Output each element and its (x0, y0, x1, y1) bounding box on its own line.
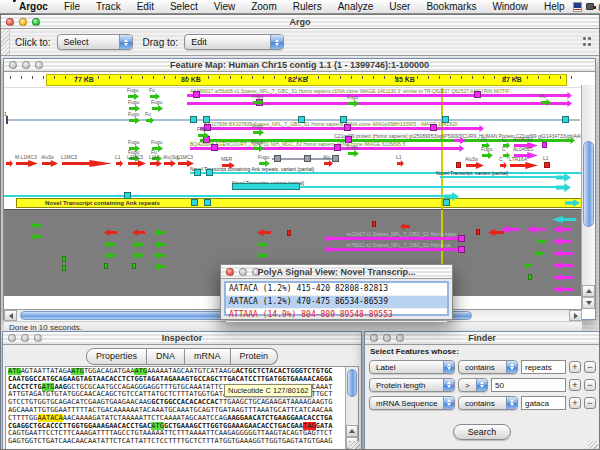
feature-glyph[interactable] (524, 262, 532, 269)
inspector-scroll-thumb[interactable] (347, 369, 357, 397)
menu-item-select[interactable]: Select (162, 1, 206, 12)
feature-glyph[interactable] (526, 226, 546, 233)
finder-field-popup[interactable]: mRNA Sequence (369, 396, 455, 410)
finder-operator-popup[interactable]: contains (458, 396, 518, 410)
feature-glyph[interactable]: LTR16A (510, 162, 538, 169)
feature-glyph[interactable] (552, 238, 572, 245)
finder-title-bar[interactable]: Finder (365, 332, 599, 345)
feature-exon-box[interactable] (124, 192, 131, 199)
finder-operator-popup[interactable]: contains (458, 360, 518, 374)
finder-field-popup[interactable]: Label (369, 360, 455, 374)
remove-criterion-button[interactable]: − (584, 361, 596, 373)
battery-icon[interactable] (586, 3, 594, 10)
feature-glyph[interactable] (453, 137, 466, 144)
menu-item-window[interactable]: Window (484, 1, 536, 12)
feature-line[interactable] (4, 195, 444, 197)
minimize-button[interactable] (239, 268, 247, 276)
feature-exon-box[interactable] (474, 91, 481, 98)
close-button[interactable] (226, 268, 234, 276)
feature-glyph[interactable] (104, 252, 115, 259)
dna-sequence[interactable]: ATGAGTAATTATAGAATGTGGACAGATGAAATGAAAAATA… (8, 368, 344, 449)
scroll-up-button[interactable] (346, 425, 358, 437)
feature-exon-box[interactable] (194, 169, 201, 176)
feature-exon-box[interactable] (190, 116, 197, 123)
feature-glyph[interactable] (476, 229, 480, 235)
feature-glyph[interactable]: L1MC3 (128, 160, 146, 167)
feature-glyph[interactable] (552, 274, 574, 281)
finder-field-popup[interactable]: Protein length (369, 378, 455, 392)
feature-glyph[interactable] (154, 263, 165, 270)
feature-glyph[interactable]: Fu (146, 117, 154, 124)
tab-dna[interactable]: DNA (147, 348, 185, 365)
overview-feature-line[interactable] (334, 248, 466, 251)
feature-glyph[interactable] (132, 241, 143, 248)
feature-glyph[interactable] (456, 162, 461, 168)
menu-item-analyze[interactable]: Analyze (330, 1, 382, 12)
feature-glyph[interactable]: AluSx (42, 160, 58, 167)
band-exon-box[interactable] (443, 199, 450, 206)
feature-glyph[interactable] (62, 265, 66, 271)
inspector-title-bar[interactable]: Inspector (3, 332, 361, 345)
inspector-scrollbar[interactable] (345, 367, 358, 449)
polya-row[interactable]: ATTAAA (14.9%) 804-809 89548-89553 (226, 309, 447, 322)
feature-glyph[interactable] (528, 274, 532, 280)
feature-glyph[interactable]: Fugu (253, 99, 264, 106)
feature-line[interactable] (440, 176, 556, 178)
add-criterion-button[interactable]: + (569, 361, 581, 373)
feature-glyph[interactable] (534, 250, 543, 257)
polya-row[interactable]: AATACA (1.2%) 415-420 82808-82813 (226, 283, 447, 296)
vertical-scroll-thumb[interactable] (583, 141, 594, 227)
resize-grip[interactable] (588, 441, 598, 449)
toolbar-drag-handle[interactable] (1, 29, 10, 55)
feature-glyph[interactable] (500, 226, 520, 233)
resize-grip[interactable] (350, 441, 360, 449)
close-button[interactable] (6, 18, 14, 26)
feature-glyph[interactable]: MER (222, 162, 235, 169)
feature-glyph[interactable] (154, 241, 165, 248)
feature-glyph[interactable] (552, 250, 574, 257)
menu-item-edit[interactable]: Edit (129, 1, 162, 12)
feature-glyph[interactable]: L1MC3 (62, 160, 112, 167)
feature-exon-box[interactable] (332, 155, 339, 162)
scroll-up-button[interactable] (582, 285, 595, 297)
feature-exon-box[interactable] (304, 155, 311, 162)
feature-glyph[interactable] (154, 229, 165, 236)
feature-exon-box[interactable] (193, 91, 200, 98)
feature-glyph[interactable]: Fugu (198, 132, 209, 139)
polya-row[interactable]: AATACA (1.2%) 470-475 86534-86539 (226, 296, 447, 309)
feature-exon-box[interactable] (206, 169, 213, 176)
feature-glyph[interactable] (257, 252, 268, 259)
feature-glyph[interactable] (287, 230, 291, 236)
vertical-scrollbar[interactable] (581, 85, 595, 309)
feature-glyph[interactable]: Fu (541, 99, 551, 106)
overview-feature-line[interactable] (334, 237, 466, 240)
feature-glyph[interactable]: L1M (150, 160, 162, 167)
finder-value-input[interactable]: 50 (491, 378, 566, 392)
feature-glyph[interactable] (62, 256, 66, 262)
feature-glyph[interactable] (552, 216, 576, 223)
feature-glyph[interactable]: Fugu (259, 160, 270, 167)
tab-properties[interactable]: Properties (86, 348, 147, 365)
close-button[interactable] (9, 61, 17, 69)
feature-exon-block[interactable] (232, 183, 300, 190)
minimize-button[interactable] (383, 334, 391, 342)
feature-glyph[interactable]: Fugu (152, 105, 163, 112)
menu-item-help[interactable]: Help (536, 1, 573, 12)
feature-line[interactable] (187, 94, 562, 97)
feature-glyph[interactable] (6, 160, 13, 167)
feature-glyph[interactable] (104, 229, 117, 236)
feature-glyph[interactable] (104, 263, 108, 269)
feature-glyph[interactable] (552, 286, 574, 293)
feature-glyph[interactable]: Alu(Sq) (164, 160, 176, 167)
feature-glyph[interactable] (257, 241, 268, 248)
tab-protein[interactable]: Protein (231, 348, 279, 365)
feature-glyph[interactable]: L1MC3 (178, 160, 194, 167)
feature-glyph[interactable] (31, 222, 41, 229)
finder-value-input[interactable]: gataca (521, 396, 566, 410)
feature-glyph[interactable]: L1 (544, 162, 550, 168)
feature-glyph[interactable] (132, 252, 143, 259)
feature-glyph[interactable]: M L1MC3 (16, 160, 38, 167)
band-exon-box[interactable] (191, 199, 198, 206)
minimize-button[interactable] (19, 18, 27, 26)
input-language-flag-icon[interactable] (573, 2, 582, 12)
